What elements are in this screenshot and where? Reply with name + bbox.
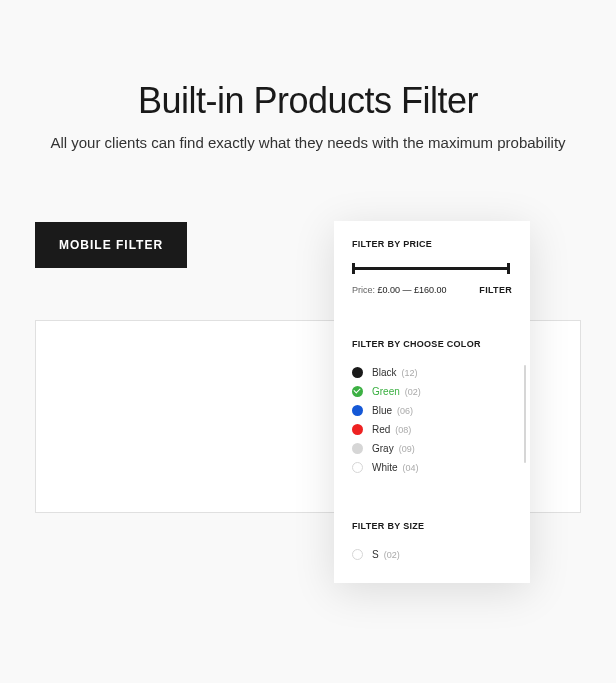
price-row: Price: £0.00 — £160.00 FILTER [352,285,512,295]
slider-handle-min[interactable] [352,263,355,274]
color-option-red[interactable]: Red (08) [352,420,512,439]
price-filter-button[interactable]: FILTER [479,285,512,295]
color-option-green[interactable]: Green (02) [352,382,512,401]
filter-price-section: FILTER BY PRICE Price: £0.00 — £160.00 F… [334,239,530,317]
filter-color-section: FILTER BY CHOOSE COLOR Black (12) Green … [334,339,530,499]
color-count: (09) [399,444,415,454]
color-name: Blue [372,405,392,416]
color-count: (08) [395,425,411,435]
section-divider [334,499,530,521]
color-name: Gray [372,443,394,454]
page-subtitle: All your clients can find exactly what t… [0,134,616,151]
scrollbar[interactable] [524,365,526,463]
swatch-icon [352,462,363,473]
color-option-white[interactable]: White (04) [352,458,512,477]
price-sep: — [403,285,412,295]
price-display: Price: £0.00 — £160.00 [352,285,447,295]
slider-handle-max[interactable] [507,263,510,274]
filter-panel: FILTER BY PRICE Price: £0.00 — £160.00 F… [334,221,530,583]
slider-track [352,267,508,270]
section-divider [334,317,530,339]
hero-section: Built-in Products Filter All your client… [0,0,616,151]
filter-size-section: FILTER BY SIZE S (02) [334,521,530,583]
color-count: (02) [405,387,421,397]
size-count: (02) [384,550,400,560]
color-count: (12) [401,368,417,378]
swatch-icon [352,405,363,416]
page-title: Built-in Products Filter [0,80,616,122]
color-list: Black (12) Green (02) Blue (06) Red (08)… [352,363,512,477]
price-label: Price: [352,285,375,295]
radio-icon [352,549,363,560]
price-slider[interactable] [352,263,512,275]
size-option-s[interactable]: S (02) [352,545,512,564]
color-name: White [372,462,398,473]
color-option-black[interactable]: Black (12) [352,363,512,382]
swatch-icon [352,424,363,435]
filter-color-title: FILTER BY CHOOSE COLOR [352,339,512,349]
color-name: Black [372,367,396,378]
color-count: (04) [403,463,419,473]
color-name: Green [372,386,400,397]
filter-price-title: FILTER BY PRICE [352,239,512,249]
price-max: £160.00 [414,285,447,295]
color-option-gray[interactable]: Gray (09) [352,439,512,458]
price-min: £0.00 [378,285,401,295]
filter-size-title: FILTER BY SIZE [352,521,512,531]
size-name: S [372,549,379,560]
swatch-icon [352,367,363,378]
swatch-icon [352,386,363,397]
color-option-blue[interactable]: Blue (06) [352,401,512,420]
color-name: Red [372,424,390,435]
mobile-filter-button[interactable]: MOBILE FILTER [35,222,187,268]
swatch-icon [352,443,363,454]
color-count: (06) [397,406,413,416]
